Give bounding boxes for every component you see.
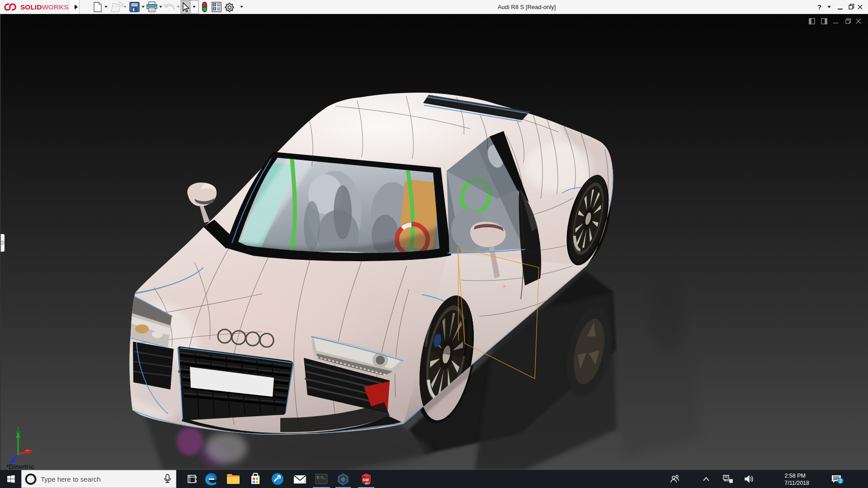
svg-text:*Dimetric: *Dimetric (6, 463, 34, 470)
svg-text:SOLIDWORKS: SOLIDWORKS (20, 3, 69, 11)
svg-text:7/11/2018: 7/11/2018 (784, 480, 809, 486)
svg-text:2:58 PM: 2:58 PM (784, 473, 806, 479)
svg-text:2: 2 (839, 478, 842, 483)
svg-text:?: ? (817, 3, 821, 11)
svg-text:2017: 2017 (365, 482, 370, 485)
svg-text:C:\_: C:\_ (317, 475, 326, 479)
svg-text:SW: SW (363, 478, 369, 482)
svg-text:Type here to search: Type here to search (41, 475, 101, 483)
